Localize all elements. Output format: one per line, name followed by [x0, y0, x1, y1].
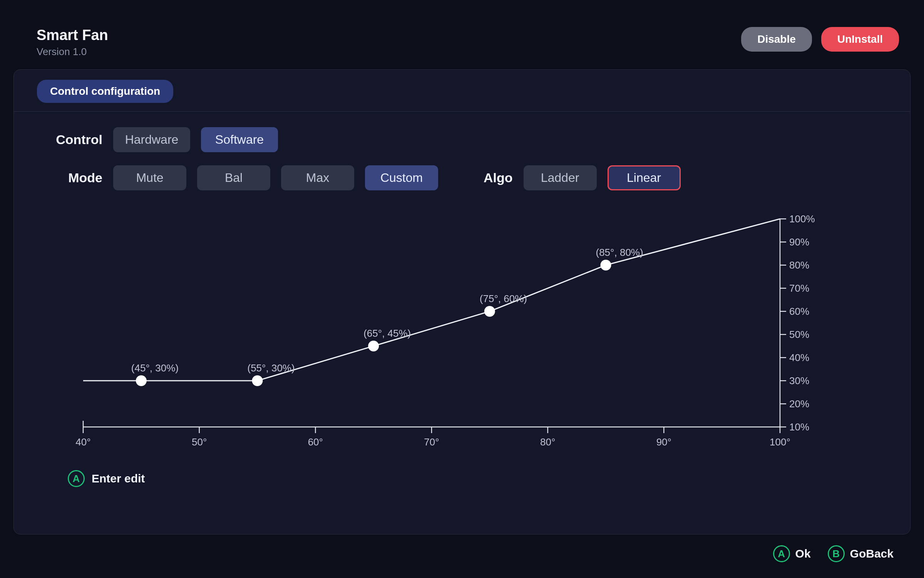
- controls-area: Control Hardware Software Mode Mute Bal …: [14, 112, 910, 207]
- header: Smart Fan Version 1.0 Disable UnInstall: [13, 13, 911, 66]
- tabs-strip: Control configuration: [14, 70, 910, 112]
- control-row: Control Hardware Software: [41, 127, 883, 152]
- mode-option-mute[interactable]: Mute: [113, 165, 186, 190]
- mode-option-custom[interactable]: Custom: [365, 165, 438, 190]
- svg-text:100°: 100°: [770, 436, 790, 448]
- footer-goback: B GoBack: [828, 545, 894, 562]
- svg-text:60%: 60%: [789, 306, 809, 317]
- algo-option-linear[interactable]: Linear: [608, 165, 681, 190]
- footer-hints: A Ok B GoBack: [13, 534, 911, 565]
- svg-text:60°: 60°: [308, 436, 323, 448]
- svg-text:100%: 100%: [789, 213, 815, 225]
- app-root: Smart Fan Version 1.0 Disable UnInstall …: [0, 0, 924, 578]
- fan-curve-chart[interactable]: 40°50°60°70°80°90°100°10%20%30%40%50%60%…: [60, 207, 830, 454]
- svg-text:80°: 80°: [540, 436, 555, 448]
- mode-row: Mode Mute Bal Max Custom Algo Ladder Lin…: [41, 165, 883, 190]
- ok-label: Ok: [795, 547, 811, 560]
- header-buttons: Disable UnInstall: [741, 27, 899, 52]
- algo-group: Algo Ladder Linear: [484, 165, 681, 190]
- svg-text:50%: 50%: [789, 329, 809, 340]
- svg-text:90°: 90°: [656, 436, 671, 448]
- svg-text:20%: 20%: [789, 398, 809, 410]
- footer-ok: A Ok: [773, 545, 811, 562]
- svg-text:(75°, 60%): (75°, 60%): [480, 293, 527, 304]
- mode-option-bal[interactable]: Bal: [197, 165, 270, 190]
- algo-label: Algo: [484, 170, 513, 185]
- svg-text:30%: 30%: [789, 375, 809, 386]
- svg-text:(85°, 80%): (85°, 80%): [596, 247, 643, 258]
- page-title: Smart Fan: [37, 27, 108, 44]
- config-panel: Control configuration Control Hardware S…: [13, 69, 911, 534]
- enter-edit-label: Enter edit: [92, 472, 145, 485]
- mode-label: Mode: [41, 170, 102, 185]
- a-key-icon: A: [68, 470, 85, 487]
- svg-text:10%: 10%: [789, 421, 809, 433]
- disable-button[interactable]: Disable: [741, 27, 812, 52]
- svg-text:(65°, 45%): (65°, 45%): [363, 328, 411, 339]
- svg-point-45: [601, 260, 611, 271]
- svg-text:50°: 50°: [192, 436, 207, 448]
- svg-text:70%: 70%: [789, 282, 809, 294]
- svg-text:90%: 90%: [789, 236, 809, 248]
- version-label: Version 1.0: [37, 46, 108, 58]
- svg-text:40%: 40%: [789, 352, 809, 363]
- enter-edit-hint: A Enter edit: [14, 462, 910, 497]
- svg-point-39: [252, 375, 263, 386]
- mode-option-max[interactable]: Max: [281, 165, 354, 190]
- a-key-icon: A: [773, 545, 790, 562]
- svg-point-37: [136, 375, 147, 386]
- algo-option-ladder[interactable]: Ladder: [524, 165, 597, 190]
- b-key-icon: B: [828, 545, 845, 562]
- svg-text:40°: 40°: [75, 436, 90, 448]
- svg-text:80%: 80%: [789, 259, 809, 271]
- svg-text:(55°, 30%): (55°, 30%): [248, 362, 295, 374]
- svg-text:70°: 70°: [424, 436, 439, 448]
- title-block: Smart Fan Version 1.0: [37, 27, 108, 58]
- svg-point-41: [368, 341, 379, 351]
- uninstall-button[interactable]: UnInstall: [821, 27, 899, 52]
- tab-control-configuration[interactable]: Control configuration: [37, 80, 173, 103]
- control-option-hardware[interactable]: Hardware: [113, 127, 190, 152]
- svg-text:(45°, 30%): (45°, 30%): [131, 362, 179, 374]
- control-label: Control: [41, 132, 102, 147]
- svg-point-43: [484, 306, 495, 317]
- goback-label: GoBack: [850, 547, 894, 560]
- chart-wrap: 40°50°60°70°80°90°100°10%20%30%40%50%60%…: [14, 207, 910, 462]
- control-option-software[interactable]: Software: [201, 127, 278, 152]
